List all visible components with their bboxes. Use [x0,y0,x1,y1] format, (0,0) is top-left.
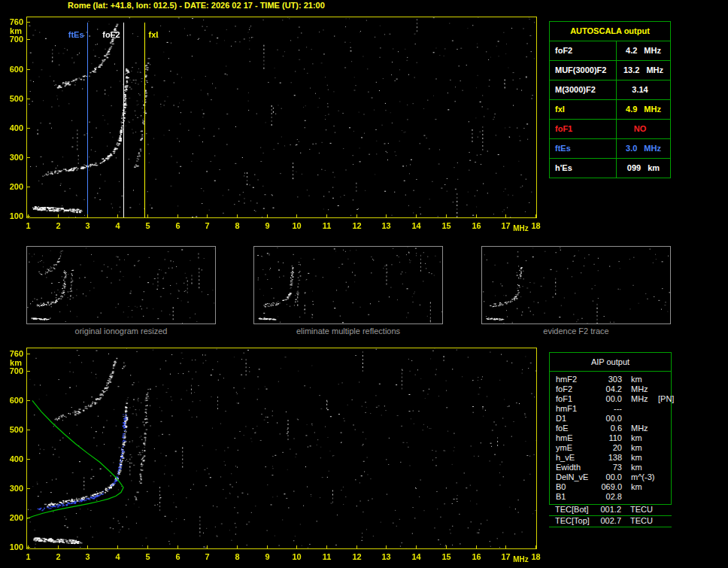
autoscala-output-table: AUTOSCALA output foF2 4.2MHz MUF(3000)F2… [549,21,671,178]
aip-table-title: AIP output [550,353,671,372]
parameter-label: ftEs [550,139,617,158]
parameter-value: 303 [599,375,622,384]
table-row: TEC[Bot] 001.2 TECU [549,505,672,516]
parameter-value: 13.2MHz [617,61,670,80]
autoscala-table-title: AUTOSCALA output [550,22,670,41]
parameter-label: B1 [556,492,599,502]
parameter-value: 04.2 [599,384,622,394]
table-row: h_vE 138 km [550,453,671,463]
parameter-value: 73 [599,463,622,472]
table-row: foF2 4.2MHz [550,41,670,61]
parameter-unit: km [622,433,652,443]
parameter-unit: MHz [622,384,652,394]
table-row: M(3000)F2 3.14 [550,80,670,100]
parameter-flag [652,492,671,502]
parameter-flag [652,375,671,384]
autoscala-screen: Rome (lat: +41.8, lon: 012.5) - DATE: 20… [0,0,728,568]
parameter-unit: km [622,453,652,463]
parameter-value: 099km [617,159,670,178]
parameter-flag: [PN] [652,394,674,404]
parameter-unit: TECU [621,516,651,526]
parameter-value: 4.9MHz [617,100,670,119]
parameter-label: TEC[Bot] [555,505,599,515]
parameter-label: B0 [556,482,599,492]
parameter-value: 4.2MHz [617,41,670,60]
parameter-value: 3.14 [617,80,670,99]
parameter-label: foF2 [556,384,599,394]
parameter-flag [652,384,671,394]
parameter-label: h_vE [556,453,599,463]
page-title: Rome (lat: +41.8, lon: 012.5) - DATE: 20… [68,1,325,10]
parameter-flag [652,472,671,482]
parameter-unit: TECU [621,505,651,515]
table-row: ymE 20 km [550,443,671,453]
table-row: TEC[Top] 002.7 TECU [549,516,672,527]
parameter-label: hmE [556,433,599,443]
parameter-value: NO [617,120,670,138]
parameter-unit: km [622,375,652,384]
parameter-value: 20 [599,443,622,453]
parameter-label: hmF1 [556,404,599,414]
thumbnail-caption: eliminate multiple reflections [253,327,443,336]
thumbnail-f2-evidence-canvas [481,246,671,324]
parameter-flag [651,516,672,526]
thumbnail-caption: evidence F2 trace [481,327,671,336]
parameter-flag [652,414,671,424]
table-row: B1 02.8 [550,492,671,502]
tec-rows: TEC[Bot] 001.2 TECU TEC[Top] 002.7 TECU [549,505,672,527]
parameter-label: M(3000)F2 [550,80,617,99]
parameter-unit [622,404,652,414]
parameter-value: 002.7 [599,516,621,526]
parameter-label: TEC[Top] [555,516,599,526]
aip-table-box: AIP output hmF2 303 km foF2 04.2 MHz [549,352,672,505]
table-row: foF1 NO [550,120,670,139]
table-row: ftEs 3.0MHz [550,139,670,159]
parameter-label: DelN_vE [556,472,599,482]
parameter-value: --- [599,404,622,414]
parameter-unit: km [622,463,652,472]
parameter-value: 069.0 [599,482,622,492]
parameter-label: foF1 [556,394,599,404]
main-ionogram-canvas [0,11,549,236]
parameter-flag [652,424,671,433]
parameter-unit: m^(-3) [622,472,652,482]
aip-output-table: AIP output hmF2 303 km foF2 04.2 MHz [549,352,672,527]
parameter-label: foF2 [550,41,617,60]
parameter-value: 110 [599,433,622,443]
table-row: h'Es 099km [550,159,670,178]
parameter-flag [652,453,671,463]
table-row: hmF1 --- [550,404,671,414]
parameter-value: 138 [599,453,622,463]
table-row: hmF2 303 km [550,375,671,384]
parameter-unit: km [622,443,652,453]
parameter-value: 00.0 [599,472,622,482]
parameter-unit: MHz [622,424,652,433]
parameter-label: h'Es [550,159,617,178]
table-row: DelN_vE 00.0 m^(-3) [550,472,671,482]
table-row: foF1 00.0 MHz [PN] [550,394,671,404]
table-row: D1 00.0 [550,414,671,424]
thumbnail-caption: original ionogram resized [26,327,216,336]
parameter-flag [652,433,671,443]
parameter-unit: MHz [622,394,652,404]
parameter-flag [652,463,671,472]
parameter-label: foE [556,424,599,433]
parameter-flag [652,404,671,414]
table-row: hmE 110 km [550,433,671,443]
thumbnail-no-multiples-canvas [253,246,443,324]
parameter-flag [652,482,671,492]
parameter-label: ymE [556,443,599,453]
autoscala-table-body: foF2 4.2MHz MUF(3000)F2 13.2MHz M(3000)F… [550,41,670,178]
parameter-label: MUF(3000)F2 [550,61,617,80]
aip-table-body: hmF2 303 km foF2 04.2 MHz foF1 [550,372,671,504]
table-row: B0 069.0 km [550,482,671,492]
table-row: fxI 4.9MHz [550,100,670,120]
parameter-value: 001.2 [599,505,621,515]
parameter-value: 00.0 [599,394,622,404]
table-row: Ewidth 73 km [550,463,671,472]
profile-ionogram-canvas [0,345,549,564]
table-row: foE 0.6 MHz [550,424,671,433]
parameter-unit [622,414,652,424]
parameter-unit: km [622,482,652,492]
parameter-value: 3.0MHz [617,139,670,158]
